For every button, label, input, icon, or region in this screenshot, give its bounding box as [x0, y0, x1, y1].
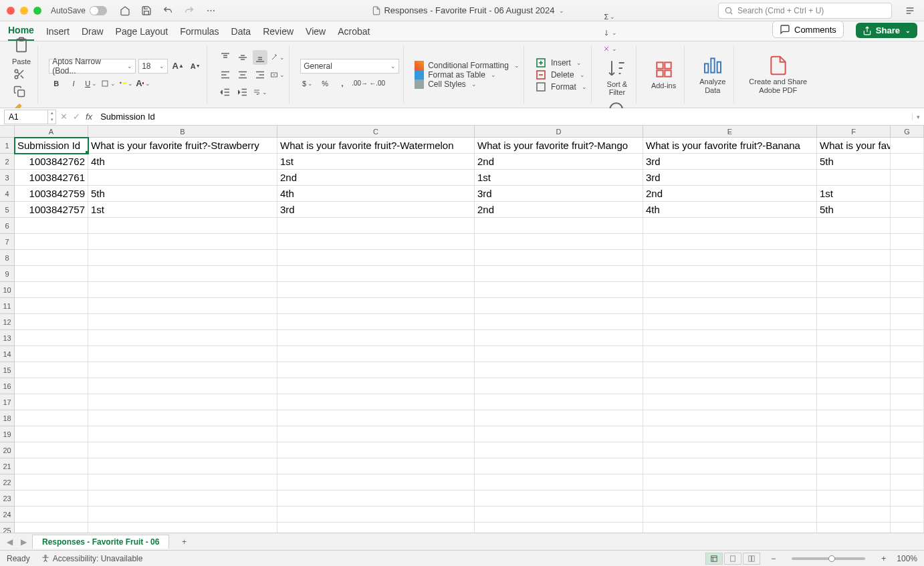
cell-B20[interactable]	[88, 442, 277, 458]
cell-E22[interactable]	[643, 474, 817, 490]
cell-A9[interactable]	[15, 266, 88, 282]
cell-F22[interactable]	[817, 474, 891, 490]
row-header-9[interactable]: 9	[0, 266, 14, 282]
cell-C9[interactable]	[277, 266, 475, 282]
decrease-indent-icon[interactable]	[218, 85, 233, 100]
orientation-icon[interactable]: ⌄	[270, 50, 285, 65]
align-left-icon[interactable]	[218, 67, 233, 82]
cell-G15[interactable]	[891, 362, 924, 378]
cell-F23[interactable]	[817, 490, 891, 507]
undo-icon[interactable]	[160, 3, 175, 18]
page-break-view-icon[interactable]	[743, 553, 760, 565]
cell-C1[interactable]: What is your favorite fruit?-Watermelon	[277, 138, 475, 154]
cell-E2[interactable]: 3rd	[643, 154, 817, 170]
delete-cells-button[interactable]: Delete⌄	[535, 69, 587, 81]
cell-D1[interactable]: What is your favorite fruit?-Mango	[475, 138, 643, 154]
cell-G13[interactable]	[891, 330, 924, 346]
cell-F2[interactable]: 5th	[817, 154, 891, 170]
search-input[interactable]: Search (Cmd + Ctrl + U)	[718, 3, 892, 19]
cell-F12[interactable]	[817, 314, 891, 330]
cell-E1[interactable]: What is your favorite fruit?-Banana	[643, 138, 817, 154]
cell-B17[interactable]	[88, 394, 277, 410]
sheet-tab[interactable]: Responses - Favorite Fruit - 06	[32, 535, 169, 549]
paste-button[interactable]: Paste	[9, 33, 33, 67]
cell-A23[interactable]	[15, 490, 88, 507]
cell-C3[interactable]: 2nd	[277, 170, 475, 186]
row-header-1[interactable]: 1	[0, 138, 14, 154]
cell-C13[interactable]	[277, 330, 475, 346]
cell-G11[interactable]	[891, 298, 924, 314]
cell-G22[interactable]	[891, 474, 924, 490]
cell-A19[interactable]	[15, 426, 88, 442]
cell-G14[interactable]	[891, 346, 924, 362]
tab-data[interactable]: Data	[231, 26, 251, 41]
cell-F20[interactable]	[817, 442, 891, 458]
cell-G3[interactable]	[891, 170, 924, 186]
cell-F18[interactable]	[817, 410, 891, 426]
fx-icon[interactable]: fx	[86, 112, 92, 122]
cell-C14[interactable]	[277, 346, 475, 362]
cell-A11[interactable]	[15, 298, 88, 314]
cell-E20[interactable]	[643, 442, 817, 458]
row-header-10[interactable]: 10	[0, 282, 14, 298]
cell-D17[interactable]	[475, 394, 643, 410]
cell-D10[interactable]	[475, 282, 643, 298]
cell-F24[interactable]	[817, 507, 891, 523]
cell-G24[interactable]	[891, 507, 924, 523]
cell-B25[interactable]	[88, 523, 277, 533]
conditional-formatting-button[interactable]: Conditional Formatting⌄	[415, 61, 519, 70]
cell-C6[interactable]	[277, 218, 475, 234]
cell-D16[interactable]	[475, 378, 643, 394]
sheet-next-icon[interactable]: ▶	[18, 537, 29, 547]
autosave-toggle[interactable]: AutoSave	[51, 6, 107, 15]
font-color-icon[interactable]: A⌄	[136, 76, 150, 91]
cancel-formula-icon[interactable]: ✕	[60, 112, 68, 122]
tab-formulas[interactable]: Formulas	[180, 26, 219, 41]
cell-F9[interactable]	[817, 266, 891, 282]
merge-icon[interactable]: ⌄	[270, 67, 285, 82]
underline-icon[interactable]: U⌄	[84, 76, 98, 91]
cell-B7[interactable]	[88, 234, 277, 250]
cell-D3[interactable]: 1st	[475, 170, 643, 186]
cell-E6[interactable]	[643, 218, 817, 234]
cell-E14[interactable]	[643, 346, 817, 362]
cell-D5[interactable]: 2nd	[475, 202, 643, 218]
cell-D15[interactable]	[475, 362, 643, 378]
close-window-icon[interactable]	[7, 7, 15, 15]
cell-D19[interactable]	[475, 426, 643, 442]
cell-C8[interactable]	[277, 250, 475, 266]
tab-review[interactable]: Review	[263, 26, 294, 41]
cell-G19[interactable]	[891, 426, 924, 442]
cell-D8[interactable]	[475, 250, 643, 266]
cell-F5[interactable]: 5th	[817, 202, 891, 218]
cell-E9[interactable]	[643, 266, 817, 282]
cell-styles-button[interactable]: Cell Styles⌄	[415, 80, 519, 89]
cell-A18[interactable]	[15, 410, 88, 426]
cell-C2[interactable]: 1st	[277, 154, 475, 170]
cell-D9[interactable]	[475, 266, 643, 282]
cell-E3[interactable]: 3rd	[643, 170, 817, 186]
cell-A10[interactable]	[15, 282, 88, 298]
name-box[interactable]: A1 ▴▾	[4, 110, 56, 124]
font-size-select[interactable]: 18⌄	[138, 59, 168, 74]
cell-E7[interactable]	[643, 234, 817, 250]
cell-F11[interactable]	[817, 298, 891, 314]
cell-F17[interactable]	[817, 394, 891, 410]
bold-icon[interactable]: B	[49, 76, 64, 91]
cell-F19[interactable]	[817, 426, 891, 442]
row-header-15[interactable]: 15	[0, 362, 14, 378]
sheet-prev-icon[interactable]: ◀	[4, 537, 15, 547]
cell-C5[interactable]: 3rd	[277, 202, 475, 218]
cell-A6[interactable]	[15, 218, 88, 234]
cell-A7[interactable]	[15, 234, 88, 250]
font-name-select[interactable]: Aptos Narrow (Bod...⌄	[49, 59, 136, 74]
fill-icon[interactable]: ⌄	[602, 25, 617, 40]
col-header-A[interactable]: A	[15, 126, 88, 137]
cell-B4[interactable]: 5th	[88, 186, 277, 202]
row-header-17[interactable]: 17	[0, 394, 14, 410]
cell-F10[interactable]	[817, 282, 891, 298]
cell-B22[interactable]	[88, 474, 277, 490]
cell-F15[interactable]	[817, 362, 891, 378]
clear-icon[interactable]: ⌄	[602, 41, 617, 56]
cell-E5[interactable]: 4th	[643, 202, 817, 218]
